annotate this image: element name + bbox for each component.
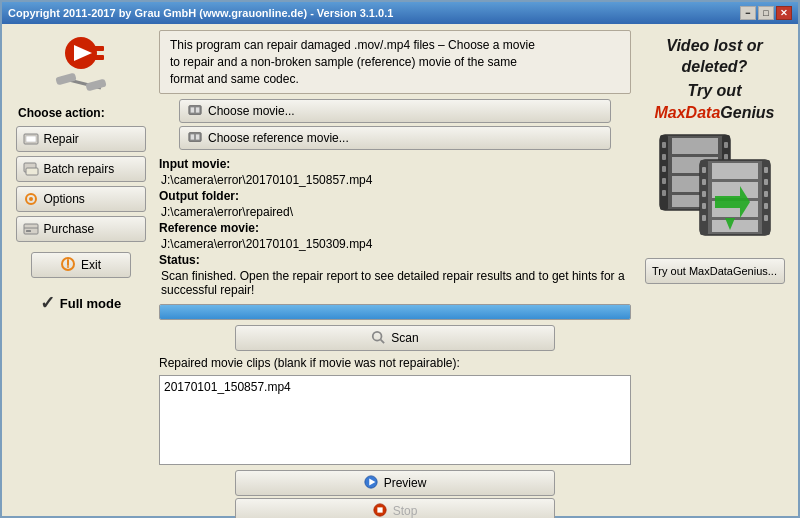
svg-rect-53 <box>702 167 706 173</box>
checkmark-icon: ✓ <box>40 292 55 314</box>
status-value: Scan finished. Open the repair report to… <box>159 269 631 297</box>
choose-movie-button[interactable]: Choose movie... <box>179 99 611 123</box>
svg-rect-61 <box>764 203 768 209</box>
svg-rect-21 <box>196 107 200 112</box>
exit-label: Exit <box>81 258 101 272</box>
bottom-buttons: Preview Stop i <box>159 470 631 518</box>
reference-value: J:\camera\error\20170101_150309.mp4 <box>159 237 631 251</box>
output-value: J:\camera\error\repaired\ <box>159 205 631 219</box>
description-box: This program can repair damaged .mov/.mp… <box>159 30 631 94</box>
desc-line1: This program can repair damaged .mov/.mp… <box>170 38 535 52</box>
right-panel: Video lost or deleted? Try out MaxDataGe… <box>637 30 792 518</box>
svg-rect-8 <box>26 136 36 142</box>
full-mode-label: Full mode <box>60 296 121 311</box>
svg-rect-15 <box>26 230 31 232</box>
svg-rect-2 <box>92 46 104 51</box>
scan-label: Scan <box>391 331 418 345</box>
main-window: Copyright 2011-2017 by Grau GmbH (www.gr… <box>0 0 800 518</box>
svg-rect-66 <box>712 220 758 232</box>
stop-icon <box>373 503 387 518</box>
svg-rect-40 <box>662 190 666 196</box>
batch-icon <box>23 161 39 177</box>
window-controls: − □ ✕ <box>740 6 792 20</box>
svg-rect-23 <box>191 134 195 139</box>
svg-line-26 <box>381 340 385 344</box>
full-mode: ✓ Full mode <box>40 292 121 314</box>
close-button[interactable]: ✕ <box>776 6 792 20</box>
left-panel: Choose action: Repair <box>8 30 153 518</box>
svg-rect-59 <box>764 179 768 185</box>
batch-repairs-label: Batch repairs <box>44 162 115 176</box>
svg-point-25 <box>373 332 382 341</box>
svg-rect-60 <box>764 191 768 197</box>
repair-icon <box>23 131 39 147</box>
purchase-button[interactable]: Purchase <box>16 216 146 242</box>
svg-rect-13 <box>24 224 38 234</box>
choose-reference-label: Choose reference movie... <box>208 131 349 145</box>
svg-rect-63 <box>712 163 758 179</box>
info-section: Input movie: J:\camera\error\20170101_15… <box>159 155 631 299</box>
ad-headline: Video lost or deleted? <box>666 36 762 78</box>
scan-button[interactable]: Scan <box>235 325 555 351</box>
svg-rect-58 <box>764 167 768 173</box>
scan-row: Scan <box>159 325 631 351</box>
svg-rect-5 <box>55 72 76 85</box>
film-svg <box>650 130 780 250</box>
options-button[interactable]: Options <box>16 186 146 212</box>
repaired-textarea[interactable]: 20170101_150857.mp4 <box>159 375 631 465</box>
svg-rect-3 <box>92 55 104 60</box>
main-panel: This program can repair damaged .mov/.mp… <box>159 30 631 518</box>
svg-rect-54 <box>702 179 706 185</box>
sidebar-buttons: Repair Batch repairs <box>16 126 146 242</box>
svg-rect-62 <box>764 215 768 221</box>
svg-rect-20 <box>191 107 195 112</box>
purchase-icon <box>23 221 39 237</box>
ad-tryout: Try out <box>688 82 742 100</box>
stop-button[interactable]: Stop <box>235 498 555 518</box>
output-label: Output folder: <box>159 189 631 203</box>
repair-label: Repair <box>44 132 79 146</box>
svg-rect-55 <box>702 191 706 197</box>
app-logo <box>46 33 116 98</box>
try-maxdatagenius-button[interactable]: Try out MaxDataGenius... <box>645 258 785 284</box>
desc-line3: format and same codec. <box>170 72 299 86</box>
progress-fill <box>160 305 630 319</box>
maximize-button[interactable]: □ <box>758 6 774 20</box>
svg-rect-56 <box>702 203 706 209</box>
title-bar: Copyright 2011-2017 by Grau GmbH (www.gr… <box>2 2 798 24</box>
svg-point-18 <box>67 266 69 268</box>
movie-icon <box>188 103 202 120</box>
svg-rect-10 <box>26 168 38 175</box>
purchase-label: Purchase <box>44 222 95 236</box>
preview-icon <box>364 475 378 492</box>
svg-rect-38 <box>662 166 666 172</box>
preview-button[interactable]: Preview <box>235 470 555 496</box>
svg-rect-64 <box>712 182 758 198</box>
choose-buttons: Choose movie... Choose reference movie..… <box>159 99 631 150</box>
options-icon <box>23 191 39 207</box>
exit-button[interactable]: Exit <box>31 252 131 278</box>
svg-rect-57 <box>702 215 706 221</box>
svg-rect-30 <box>377 507 382 512</box>
svg-rect-41 <box>724 142 728 148</box>
reference-label: Reference movie: <box>159 221 631 235</box>
desc-line2: to repair and a non-broken sample (refer… <box>170 55 517 69</box>
choose-reference-button[interactable]: Choose reference movie... <box>179 126 611 150</box>
batch-repairs-button[interactable]: Batch repairs <box>16 156 146 182</box>
svg-rect-36 <box>662 142 666 148</box>
status-label: Status: <box>159 253 631 267</box>
preview-label: Preview <box>384 476 427 490</box>
progress-bar <box>159 304 631 320</box>
options-label: Options <box>44 192 85 206</box>
minimize-button[interactable]: − <box>740 6 756 20</box>
reference-icon <box>188 130 202 147</box>
input-value: J:\camera\error\20170101_150857.mp4 <box>159 173 631 187</box>
svg-point-12 <box>29 197 33 201</box>
stop-label: Stop <box>393 504 418 518</box>
repair-button[interactable]: Repair <box>16 126 146 152</box>
svg-rect-6 <box>85 78 106 91</box>
svg-rect-24 <box>196 134 200 139</box>
film-graphic <box>650 130 780 250</box>
svg-rect-42 <box>724 154 728 160</box>
ad-brand: MaxDataGenius <box>654 104 774 122</box>
